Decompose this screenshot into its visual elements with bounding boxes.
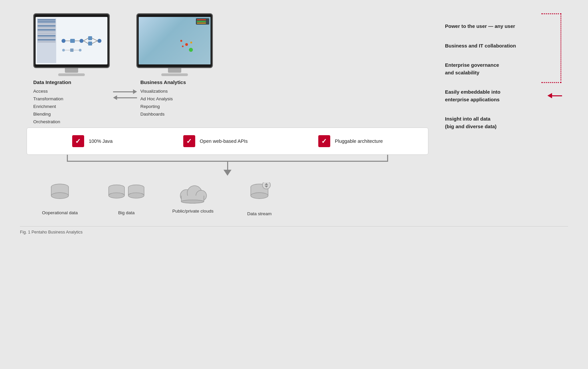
sidebar-item-8 [38, 33, 56, 35]
double-arrows [113, 89, 137, 100]
svg-rect-2 [70, 39, 75, 43]
right-panel: Power to the user — any user Business an… [435, 13, 568, 136]
analytics-screen-content [139, 17, 210, 64]
sidebar-item-5 [38, 27, 56, 29]
cloud-icon-wrapper [178, 182, 208, 204]
feature-bar-wrapper: ✓ 100% Java ✓ Open web-based APIs ✓ Plug… [27, 128, 428, 176]
svg-point-26 [109, 193, 125, 198]
arrow-right [113, 89, 137, 94]
stream-label: Data stream [247, 211, 272, 216]
check-java: ✓ [72, 135, 84, 147]
sidebar-item-2 [38, 21, 56, 23]
svg-point-38 [181, 200, 204, 203]
sidebar-item-6 [38, 29, 56, 31]
big-data-svg-2 [127, 182, 145, 206]
data-integration-monitor-container [33, 13, 110, 76]
monitors-row [33, 13, 213, 76]
figure-caption: Fig. 1 Pentaho Business Analytics [20, 226, 568, 234]
sidebar-item-1 [38, 19, 56, 21]
svg-line-6 [83, 41, 88, 44]
dotted-border-bottom [541, 82, 561, 83]
svg-point-4 [79, 39, 83, 43]
cloud-label: Public/private clouds [172, 209, 214, 214]
map-dot-3 [180, 40, 182, 42]
diagram-middle: Data Integration Access Transformation E… [33, 79, 217, 126]
map-dot-1 [185, 43, 188, 46]
arrow-shaft [552, 95, 562, 96]
legend-yellow [197, 23, 206, 24]
svg-point-31 [128, 193, 144, 198]
sidebar-item-3 [38, 23, 56, 25]
integration-screen-content [36, 17, 107, 64]
arrow-right-head [133, 89, 137, 94]
stream-icon-wrapper [248, 182, 271, 207]
bracket-left-arm [67, 155, 68, 161]
arrow-left-head [113, 95, 117, 100]
business-analytics-monitor-container [136, 13, 213, 76]
sidebar-item-10 [38, 37, 56, 39]
check-api: ✓ [183, 135, 195, 147]
business-analytics-monitor [136, 13, 213, 68]
svg-rect-7 [88, 36, 92, 40]
svg-point-21 [51, 193, 69, 199]
feature-item-api: ✓ Open web-based APIs [183, 135, 248, 147]
page: Data Integration Access Transformation E… [0, 0, 588, 369]
di-item-3: Enrichment [33, 103, 110, 111]
arrow-left-line [117, 97, 137, 98]
svg-line-5 [83, 38, 88, 41]
arrow-head-down [223, 170, 231, 176]
dotted-border-top [541, 13, 561, 14]
monitor-base-2 [161, 73, 188, 76]
dotted-arrow-right [547, 93, 562, 98]
svg-line-9 [92, 38, 97, 41]
big-data-cylinders [107, 182, 145, 206]
feature-item-java: ✓ 100% Java [72, 135, 113, 147]
operational-data-source: Ooperational data [27, 182, 93, 215]
legend-green [197, 21, 206, 22]
sidebar-item-7 [38, 31, 56, 33]
big-data-source: Big data [93, 182, 160, 215]
di-item-2: Transformation [33, 95, 110, 103]
arrow-stem [227, 162, 228, 170]
business-analytics-title: Business Analytics [140, 79, 217, 85]
ba-item-3: Reporting [140, 103, 217, 111]
analytics-screen [139, 17, 210, 64]
rp-item-1: Power to the user — any user [445, 17, 568, 36]
right-panel-list: Power to the user — any user Business an… [445, 17, 568, 136]
caption-text: Fig. 1 Pentaho Business Analytics [20, 230, 82, 234]
stream-svg [248, 182, 271, 206]
rp-item-5: Insight into all data(big and diverse da… [445, 109, 568, 136]
map-legend [196, 18, 209, 25]
di-item-4: Blending [33, 111, 110, 118]
stream-source: Data stream [226, 182, 293, 216]
svg-rect-14 [70, 48, 74, 52]
cloud-svg [178, 182, 208, 204]
sidebar-item-11 [38, 39, 56, 41]
business-analytics-section: Business Analytics Visualizations Ad Hoc… [140, 79, 217, 118]
feature-item-pluggable: ✓ Pluggable architecture [318, 135, 383, 147]
big-data-icon [107, 182, 145, 206]
map-dot-2 [189, 48, 193, 52]
svg-rect-8 [88, 42, 92, 46]
data-sources-row: Ooperational data [27, 182, 293, 216]
big-data-svg-1 [107, 182, 126, 206]
integration-main-area [58, 18, 106, 63]
map-dot-5 [182, 46, 184, 47]
sidebar-item-12 [38, 41, 56, 43]
ba-item-1: Visualizations [140, 88, 217, 95]
sidebar-item-4 [38, 25, 56, 27]
arrow-right-line [113, 91, 133, 92]
map-dot-4 [190, 42, 192, 44]
arrow-left [113, 95, 137, 100]
arrow-point-left [547, 93, 552, 98]
data-integration-title: Data Integration [33, 79, 110, 85]
operational-label: Ooperational data [42, 210, 77, 215]
monitor-stand-1 [65, 68, 78, 73]
bracket-right-arm [387, 155, 388, 161]
integration-sidebar [37, 18, 56, 63]
feature-label-java: 100% Java [89, 138, 113, 144]
cloud-source: Public/private clouds [160, 182, 226, 214]
operational-db-svg [50, 182, 70, 206]
integration-screen [36, 17, 107, 64]
big-data-label: Big data [118, 210, 135, 215]
